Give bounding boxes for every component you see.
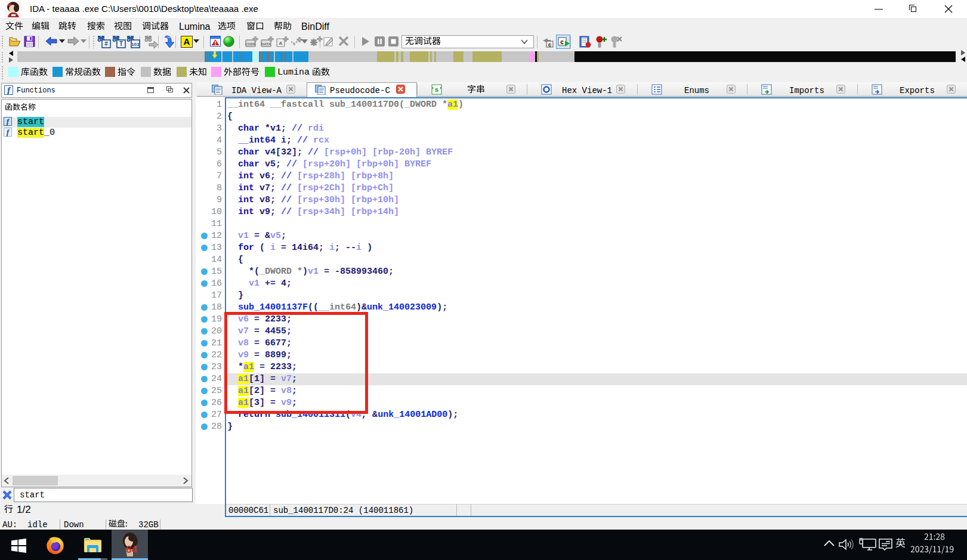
svg-text:'s': 's' <box>431 86 442 94</box>
svg-text:‘s’: ‘s’ <box>291 39 298 47</box>
svg-text:c: c <box>560 39 564 45</box>
svg-text:101: 101 <box>131 42 140 47</box>
svg-text:A: A <box>279 41 283 46</box>
svg-text:DATA: DATA <box>261 42 271 46</box>
svg-text:T: T <box>119 41 123 47</box>
svg-text:#: # <box>104 41 108 47</box>
svg-text:c: c <box>548 42 551 48</box>
svg-text:CODE: CODE <box>245 42 256 46</box>
